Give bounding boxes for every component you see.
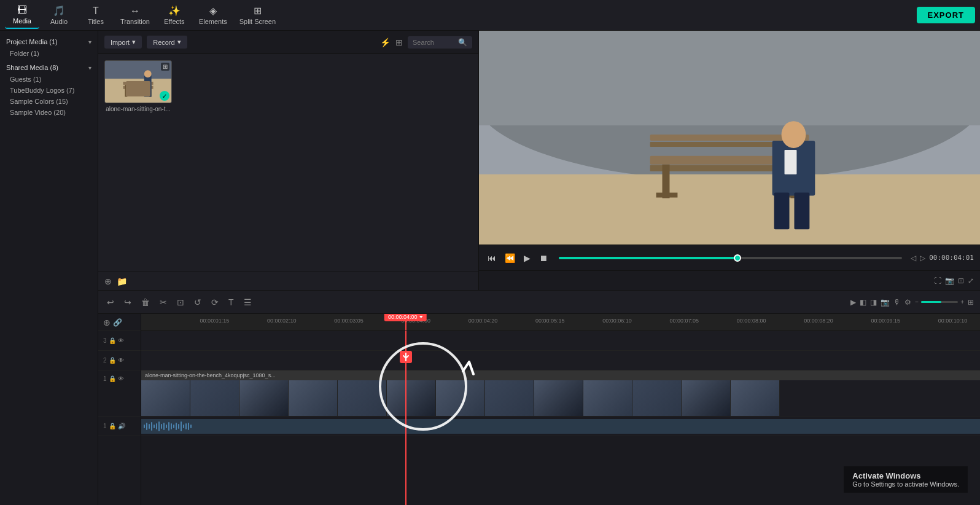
snapshot-tl-button[interactable]: 📷 — [881, 298, 890, 307]
timeline-right-controls: ▶ ◧ ◨ 📷 🎙 ⚙ − + ⊞ — [850, 298, 974, 307]
snapshot-icon[interactable]: 📷 — [945, 276, 954, 285]
ripple-button[interactable]: ↺ — [192, 296, 204, 308]
speed-button[interactable]: ⟳ — [209, 296, 221, 308]
splitscreen-icon: ⊞ — [254, 5, 262, 17]
text-button[interactable]: T — [226, 296, 236, 308]
ruler-mark-7: 00:00:06:10 — [602, 318, 632, 324]
titles-icon: T — [93, 6, 99, 17]
search-input[interactable] — [413, 39, 456, 46]
media-browser: Import ▾ Record ▾ ⚡ ⊞ 🔍 — [98, 31, 479, 290]
transition-icon: ↔ — [130, 6, 140, 17]
progress-dot — [734, 254, 741, 262]
tab-transition[interactable]: ↔ Transition — [115, 2, 155, 29]
project-media-section[interactable]: Project Media (1) ▾ — [0, 36, 98, 48]
fullscreen-icon[interactable]: ⛶ — [934, 276, 941, 285]
tubebuddy-item[interactable]: TubeBuddy Logos (7) — [0, 85, 98, 96]
import-dropdown-icon[interactable]: ▾ — [132, 38, 136, 46]
next-frame-icon[interactable]: ▷ — [920, 254, 925, 262]
shared-media-chevron: ▾ — [88, 65, 91, 71]
svg-rect-35 — [166, 425, 167, 428]
audio-waveform-container — [141, 419, 980, 434]
tab-effects[interactable]: ✨ Effects — [157, 2, 192, 29]
timeline-view-icon[interactable]: ⊞ — [968, 298, 974, 307]
step-back-button[interactable]: ⏪ — [502, 252, 518, 264]
eye-2-icon[interactable]: 👁 — [118, 357, 124, 364]
samplecolors-item[interactable]: Sample Colors (15) — [0, 96, 98, 107]
play-button[interactable]: ▶ — [521, 252, 533, 264]
eye-3-icon[interactable]: 👁 — [118, 337, 124, 344]
resize-icon[interactable]: ⤢ — [968, 276, 974, 285]
clip-frames[interactable] — [141, 380, 980, 416]
lock-1-icon[interactable]: 🔒 — [109, 375, 116, 382]
crop-button[interactable]: ⊡ — [174, 296, 187, 308]
svg-rect-38 — [173, 425, 174, 428]
record-button[interactable]: Record ▾ — [147, 36, 187, 49]
track-2-label: 2 🔒 👁 — [98, 351, 141, 370]
thumb-check-badge: ✓ — [160, 91, 169, 101]
transition-label: Transition — [120, 18, 150, 25]
audio-lock-icon[interactable]: 🔒 — [109, 423, 116, 429]
align-button[interactable]: ☰ — [241, 296, 254, 308]
ruler-mark-10: 00:00:08:20 — [804, 318, 833, 324]
lock-2-icon[interactable]: 🔒 — [109, 357, 116, 364]
add-media-icon[interactable]: ⊕ — [104, 276, 112, 286]
frame-1 — [141, 380, 190, 416]
mark-out-button[interactable]: ◨ — [870, 298, 877, 307]
svg-rect-7 — [144, 76, 152, 96]
frame-8 — [485, 380, 534, 416]
zoom-in-icon[interactable]: + — [960, 299, 964, 305]
frame-3 — [239, 380, 289, 416]
settings-tl-button[interactable]: ⚙ — [904, 298, 911, 307]
shared-media-section[interactable]: Shared Media (8) ▾ — [0, 61, 98, 74]
svg-rect-42 — [183, 425, 184, 428]
tab-media[interactable]: 🎞 Media — [5, 2, 39, 29]
preview-controls: ⏮ ⏪ ▶ ⏹ ◁ ▷ 00:00:04:01 — [479, 245, 980, 270]
media-icon: 🎞 — [17, 5, 27, 16]
redo-button[interactable]: ↪ — [122, 296, 134, 308]
voiceover-button[interactable]: 🎙 — [893, 298, 901, 307]
tab-elements[interactable]: ◈ Elements — [194, 2, 232, 29]
play-tl-button[interactable]: ▶ — [850, 298, 856, 307]
tab-audio[interactable]: 🎵 Audio — [42, 2, 76, 29]
folder-icon[interactable]: 📁 — [117, 276, 127, 286]
progress-bar[interactable] — [559, 257, 902, 259]
link-icon[interactable]: 🔗 — [113, 318, 122, 327]
grid-view-icon[interactable]: ⊞ — [395, 37, 403, 47]
ruler-mark-6: 00:00:05:15 — [535, 318, 565, 324]
mark-in-button[interactable]: ◧ — [860, 298, 866, 307]
rewind-button[interactable]: ⏮ — [485, 252, 499, 264]
export-button[interactable]: EXPORT — [917, 7, 975, 23]
zoom-slider[interactable] — [921, 301, 958, 303]
stop-button[interactable]: ⏹ — [537, 252, 550, 264]
tab-splitscreen[interactable]: ⊞ Split Screen — [235, 2, 281, 29]
prev-frame-icon[interactable]: ◁ — [911, 254, 916, 262]
media-thumb-item[interactable]: ⊞ ✓ alone-man-sitting-on-t... — [104, 60, 172, 112]
record-dropdown-icon[interactable]: ▾ — [177, 38, 181, 46]
svg-rect-28 — [149, 424, 150, 429]
add-track-icon[interactable]: ⊕ — [103, 318, 111, 327]
splitscreen-label: Split Screen — [239, 18, 276, 25]
svg-rect-37 — [171, 423, 172, 429]
speaker-icon[interactable]: 🔊 — [118, 423, 125, 429]
svg-rect-43 — [185, 423, 187, 429]
shared-media-label: Shared Media (8) — [6, 64, 58, 71]
samplevideo-item[interactable]: Sample Video (20) — [0, 107, 98, 118]
guests-item[interactable]: Guests (1) — [0, 74, 98, 85]
delete-button[interactable]: 🗑 — [139, 296, 152, 308]
eye-1-icon[interactable]: 👁 — [118, 375, 124, 382]
search-icon[interactable]: 🔍 — [458, 38, 467, 47]
pip-icon[interactable]: ⊡ — [958, 276, 964, 285]
import-button[interactable]: Import ▾ — [104, 36, 142, 49]
cut-button[interactable]: ✂ — [157, 296, 169, 308]
zoom-out-icon[interactable]: − — [915, 299, 919, 305]
filter-icon[interactable]: ⚡ — [380, 37, 391, 47]
lock-3-icon[interactable]: 🔒 — [109, 337, 116, 344]
media-thumb-image: ⊞ ✓ — [104, 60, 172, 103]
effects-label: Effects — [164, 18, 184, 25]
undo-button[interactable]: ↩ — [104, 296, 117, 308]
tab-titles[interactable]: T Titles — [79, 2, 113, 29]
audio-label: Audio — [50, 18, 68, 25]
preview-scene-svg — [479, 31, 980, 245]
folder-item[interactable]: Folder (1) — [0, 48, 98, 59]
track-3-row — [141, 331, 980, 351]
